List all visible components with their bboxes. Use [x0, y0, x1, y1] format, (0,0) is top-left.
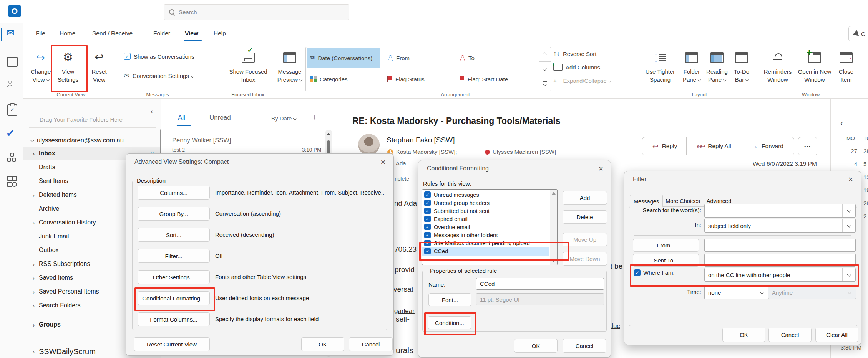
calendar-date[interactable]: 19	[863, 187, 868, 193]
font-button[interactable]: Font...	[428, 293, 471, 306]
reminders-window-button[interactable]: Reminders Window	[761, 48, 795, 84]
scroll-up-arrow[interactable]	[327, 133, 330, 135]
message-list-tab-unread[interactable]: Unread	[209, 114, 231, 122]
calendar-date[interactable]: 26	[863, 200, 868, 206]
add-rule-button[interactable]: Add	[563, 191, 607, 205]
time-combobox[interactable]: none	[704, 285, 768, 299]
tab-help[interactable]: Help	[214, 30, 226, 37]
body-link-fragment[interactable]: garlear	[394, 307, 415, 315]
gallery-scroll-down[interactable]	[539, 61, 551, 76]
gallery-scroll-up[interactable]	[539, 47, 551, 62]
listbox-scrollbar[interactable]	[550, 190, 557, 265]
delete-rule-button[interactable]: Delete	[563, 210, 607, 224]
reply-button[interactable]: ↩Reply	[642, 137, 687, 155]
email-sender[interactable]: Stephan Fako [SSW]	[387, 136, 455, 144]
gallery-item-date-conversations[interactable]: ✉Date (Conversations)	[310, 48, 372, 68]
where-i-am-combobox[interactable]: on the CC line with other people	[704, 268, 856, 282]
todo-peek-collapse-icon[interactable]: ‹	[840, 119, 843, 127]
people-icon[interactable]	[7, 81, 13, 89]
tab-view[interactable]: View	[185, 30, 198, 37]
move-up-button[interactable]: Move Up	[563, 233, 607, 246]
close-item-button[interactable]: → Close Item	[835, 48, 858, 84]
cancel-button[interactable]: Cancel	[768, 328, 812, 342]
calendar-date[interactable]: 27	[846, 148, 857, 154]
rule-item[interactable]: ✓Unread group headers	[424, 199, 490, 207]
rule-item[interactable]: ✓Messages in other folders	[424, 231, 498, 239]
view-settings-button[interactable]: ⚙ View Settings	[54, 48, 82, 84]
gallery-more-button[interactable]	[539, 76, 551, 91]
calendar-icon[interactable]	[7, 57, 18, 67]
use-tighter-spacing-button[interactable]: ↑↓ Use Tighter Spacing	[642, 48, 678, 84]
tab-home[interactable]: Home	[60, 30, 75, 37]
tab-file[interactable]: File	[36, 30, 45, 37]
calendar-date[interactable]: 4	[846, 161, 857, 167]
rule-item[interactable]: ✓Expired email	[424, 215, 468, 223]
sort-direction-icon[interactable]: ↓	[313, 113, 316, 121]
email-to-secondary[interactable]: Ulysses Maclaren [SSW]	[493, 148, 556, 155]
cancel-button[interactable]: Cancel	[563, 339, 606, 353]
change-view-button[interactable]: ↪ Change View	[27, 48, 55, 84]
sender-avatar[interactable]	[358, 134, 380, 155]
ok-button[interactable]: OK	[514, 339, 558, 353]
sort-by-dropdown[interactable]: By Date	[271, 115, 297, 122]
conversation-settings-button[interactable]: ✉ Conversation Settings	[124, 71, 193, 80]
search-bar[interactable]: Search	[164, 4, 349, 20]
rule-item[interactable]: ✓Submitted but not sent	[424, 207, 490, 215]
filter-button[interactable]: Filter...	[138, 249, 210, 263]
open-in-new-window-button[interactable]: + Open in New Window	[795, 48, 835, 84]
email-to-primary[interactable]: Kosta Madorsky [SSW];	[396, 148, 457, 155]
from-button[interactable]: From...	[633, 239, 699, 252]
filter-tab-messages[interactable]: Messages	[630, 195, 663, 207]
todo-check-icon[interactable]: ✔	[6, 127, 15, 139]
show-focused-inbox-button[interactable]: ✓ Show Focused Inbox	[227, 48, 270, 84]
condition-button[interactable]: Condition...	[428, 316, 471, 329]
ok-button[interactable]: OK	[301, 337, 344, 351]
message-list-tab-all[interactable]: All	[178, 114, 185, 122]
gallery-item-from[interactable]: From	[387, 48, 410, 68]
calendar-date[interactable]: 28	[863, 148, 868, 154]
reverse-sort-button[interactable]: ↑↓ Reverse Sort	[553, 50, 597, 58]
where-i-am-checkbox[interactable]: ✓ Where I am:	[634, 269, 675, 276]
apps-grid-icon[interactable]	[7, 176, 15, 187]
search-words-combobox[interactable]	[704, 204, 856, 218]
columns-button[interactable]: Columns...	[138, 186, 210, 200]
add-columns-button[interactable]: + Add Columns	[553, 64, 600, 71]
gallery-item-categories[interactable]: Categories	[310, 69, 348, 89]
cancel-button[interactable]: Cancel	[349, 337, 393, 351]
message-preview-text[interactable]: test 2	[172, 147, 185, 153]
reset-view-button[interactable]: ↩ Reset View	[85, 48, 113, 84]
clear-all-button[interactable]: Clear All	[815, 328, 858, 342]
close-icon[interactable]: ×	[595, 163, 607, 175]
message-preview-button[interactable]: Message Preview	[274, 48, 306, 84]
sort-button[interactable]: Sort...	[138, 228, 210, 242]
more-actions-button[interactable]: •••	[798, 137, 817, 155]
from-field[interactable]	[704, 239, 856, 252]
reply-all-button[interactable]: ↩↩Reply All	[686, 137, 741, 155]
rule-item[interactable]: ✓Overdue email	[424, 223, 470, 231]
org-chart-icon[interactable]	[7, 153, 16, 162]
format-columns-button[interactable]: Format Columns...	[138, 312, 210, 326]
folder-pane-button[interactable]: Folder Pane	[679, 48, 704, 84]
other-settings-button[interactable]: Other Settings...	[138, 270, 210, 284]
move-down-button[interactable]: Move Down	[563, 252, 607, 266]
expand-collapse-button[interactable]: +− Expand/Collapse	[553, 78, 611, 84]
gallery-item-flag-start-date[interactable]: Flag: Start Date	[460, 69, 508, 89]
favorites-collapse-icon[interactable]: ‹	[151, 107, 153, 115]
tab-folder[interactable]: Folder	[153, 30, 170, 37]
in-combobox[interactable]: subject field only	[704, 219, 856, 233]
coming-soon-toggle[interactable]: C	[848, 26, 868, 41]
calendar-date[interactable]: 5	[863, 161, 868, 167]
group-by-button[interactable]: Group By...	[138, 207, 210, 221]
todo-bar-button[interactable]: To-Do Bar	[730, 48, 753, 84]
calendar-date[interactable]: 12	[863, 174, 868, 180]
close-icon[interactable]: ×	[845, 174, 856, 186]
email-to-line2[interactable]: Ada	[396, 160, 406, 167]
rule-name-field[interactable]: CCed	[476, 278, 604, 290]
rule-item[interactable]: ✓Site Mailbox document pending upload	[424, 239, 530, 247]
rule-item-selected[interactable]: ✓CCed	[424, 247, 448, 255]
account-row[interactable]: ulyssesmaclaren@ssw.com.au	[23, 134, 161, 146]
mail-icon[interactable]: ✉	[7, 28, 14, 38]
sent-to-button[interactable]: Sent To...	[633, 254, 699, 267]
reading-pane-button[interactable]: Reading Pane	[704, 48, 730, 84]
ok-button[interactable]: OK	[722, 328, 765, 342]
